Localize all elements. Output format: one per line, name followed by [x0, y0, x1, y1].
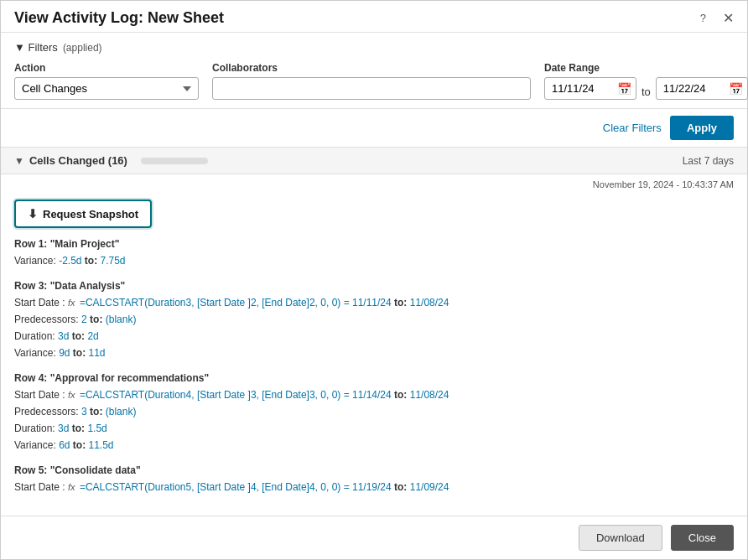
row-1-change-variance: Variance: -2.5d to: 7.75d [14, 253, 734, 268]
row-section-3: Row 3: "Data Analysis" Start Date : fx =… [14, 280, 734, 360]
date-range-inputs: 📅 to 📅 [544, 77, 748, 100]
row-5-title: Row 5: "Consolidate data" [14, 464, 734, 476]
date-from-wrapper: 📅 [544, 77, 636, 100]
action-select[interactable]: Cell Changes Row Changes Column Changes [14, 77, 199, 100]
row-section-5: Row 5: "Consolidate data" Start Date : f… [14, 464, 734, 495]
row-5-change-startdate: Start Date : fx =CALCSTART(Duration5, [S… [14, 480, 734, 495]
row-4-change-predecessors: Predecessors: 3 to: (blank) [14, 404, 734, 419]
dialog-header: View Activity Log: New Sheet ? ✕ [1, 1, 747, 33]
filters-label[interactable]: ▼ Filters [14, 41, 58, 54]
activity-log-dialog: View Activity Log: New Sheet ? ✕ ▼ Filte… [0, 0, 748, 560]
row-3-change-startdate: Start Date : fx =CALCSTART(Duration3, [S… [14, 295, 734, 310]
date-to-wrapper: 📅 [656, 77, 748, 100]
row-3-change-predecessors: Predecessors: 2 to: (blank) [14, 312, 734, 327]
cells-changed-label: Cells Changed (16) [29, 154, 127, 167]
apply-button[interactable]: Apply [670, 116, 734, 140]
log-header-row: ▼ Cells Changed (16) Last 7 days [1, 148, 747, 174]
date-range-filter-group: Date Range 📅 to 📅 [544, 62, 748, 100]
snapshot-button-wrapper: ⬇ Request Snapshot [14, 200, 734, 228]
row-3-change-duration: Duration: 3d to: 2d [14, 329, 734, 344]
snapshot-download-icon: ⬇ [28, 207, 38, 220]
date-to-separator: to [642, 86, 651, 98]
close-icon[interactable]: ✕ [723, 10, 734, 26]
snapshot-button-label: Request Snapshot [43, 208, 138, 220]
last-7-days-label: Last 7 days [683, 155, 734, 167]
filters-applied-label: (applied) [63, 42, 102, 54]
dialog-title: View Activity Log: New Sheet [14, 9, 224, 27]
row-4-title: Row 4: "Approval for recommendations" [14, 372, 734, 384]
row-3-change-variance: Variance: 9d to: 11d [14, 345, 734, 360]
row-4-change-startdate: Start Date : fx =CALCSTART(Duration4, [S… [14, 387, 734, 402]
close-button[interactable]: Close [671, 525, 734, 551]
collaborators-input[interactable] [212, 77, 531, 100]
log-area: ▼ Cells Changed (16) Last 7 days Novembe… [1, 148, 747, 516]
log-section-title: ▼ Cells Changed (16) [14, 154, 208, 167]
download-button[interactable]: Download [579, 525, 662, 551]
date-from-input[interactable] [544, 77, 636, 100]
log-timestamp: November 19, 2024 - 10:43:37 AM [14, 174, 734, 193]
help-icon[interactable]: ? [700, 12, 706, 24]
date-range-label: Date Range [544, 62, 748, 74]
row-section-1: Row 1: "Main Project" Variance: -2.5d to… [14, 238, 734, 268]
filters-section: ▼ Filters (applied) Action Cell Changes … [1, 33, 747, 109]
request-snapshot-button[interactable]: ⬇ Request Snapshot [14, 200, 152, 228]
row-4-change-variance: Variance: 6d to: 11.5d [14, 438, 734, 453]
progress-bar [141, 158, 208, 164]
chevron-down-icon: ▼ [14, 155, 24, 167]
dialog-footer: Download Close [1, 516, 747, 559]
row-section-4: Row 4: "Approval for recommendations" St… [14, 372, 734, 453]
row-4-change-duration: Duration: 3d to: 1.5d [14, 421, 734, 436]
collaborators-label: Collaborators [212, 62, 531, 74]
filters-row: Action Cell Changes Row Changes Column C… [14, 62, 734, 100]
row-3-title: Row 3: "Data Analysis" [14, 280, 734, 292]
collaborators-filter-group: Collaborators [212, 62, 531, 100]
log-scroll-area[interactable]: November 19, 2024 - 10:43:37 AM ⬇ Reques… [1, 174, 747, 516]
action-label: Action [14, 62, 199, 74]
filters-header: ▼ Filters (applied) [14, 41, 734, 54]
header-icons: ? ✕ [700, 10, 734, 26]
clear-filters-link[interactable]: Clear Filters [603, 122, 662, 134]
filters-actions: Clear Filters Apply [1, 109, 747, 148]
row-1-title: Row 1: "Main Project" [14, 238, 734, 250]
date-to-input[interactable] [656, 77, 748, 100]
action-filter-group: Action Cell Changes Row Changes Column C… [14, 62, 199, 100]
